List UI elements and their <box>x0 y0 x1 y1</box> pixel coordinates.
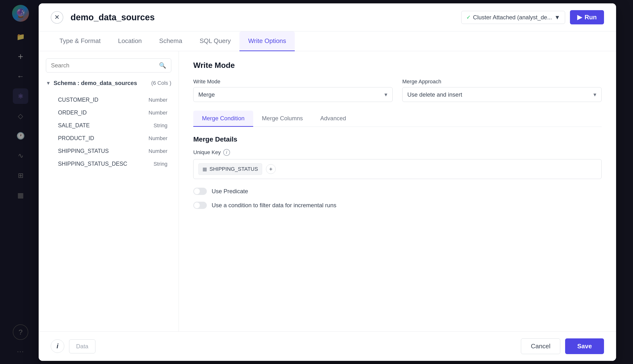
merge-approach-select-wrapper: Use delete and insert Use merge statemen… <box>402 87 602 102</box>
tab-write-options[interactable]: Write Options <box>240 32 295 51</box>
modal-body: 🔍 ▼ Schema : demo_data_sources (6 Cols )… <box>39 51 616 332</box>
incremental-row: Use a condition to filter data for incre… <box>193 202 602 209</box>
run-play-icon: ▶ <box>577 14 582 21</box>
schema-label: Schema : demo_data_sources <box>54 80 137 86</box>
cluster-chevron-icon: ▼ <box>554 14 560 21</box>
close-button[interactable]: ✕ <box>51 11 63 24</box>
col-type-order-id: Number <box>148 110 168 116</box>
use-predicate-label: Use Predicate <box>212 188 248 195</box>
search-box[interactable]: 🔍 <box>46 58 171 72</box>
unique-key-label-row: Unique Key i <box>193 149 602 156</box>
header-actions: ✓ Cluster Attached (analyst_de... ▼ ▶ Ru… <box>461 10 604 24</box>
sub-tab-advanced[interactable]: Advanced <box>312 111 355 127</box>
add-key-button[interactable]: + <box>266 164 276 174</box>
unique-key-text: Unique Key <box>193 149 221 156</box>
incremental-toggle[interactable] <box>193 202 207 209</box>
schema-rows: CUSTOMER_ID Number ORDER_ID Number SALE_… <box>46 94 171 170</box>
merge-details-title: Merge Details <box>193 136 602 143</box>
incremental-label: Use a condition to filter data for incre… <box>212 202 336 209</box>
schema-header: ▼ Schema : demo_data_sources (6 Cols ) <box>46 77 171 89</box>
key-tag-label: SHIPPING_STATUS <box>210 166 258 172</box>
modal-header: ✕ demo_data_sources ✓ Cluster Attached (… <box>39 4 616 32</box>
modal: ✕ demo_data_sources ✓ Cluster Attached (… <box>39 4 616 361</box>
key-tag-db-icon: ▦ <box>202 166 207 172</box>
col-name-order-id: ORDER_ID <box>58 110 87 116</box>
col-name-shipping-status: SHIPPING_STATUS <box>58 148 109 154</box>
col-type-sale-date: String <box>154 122 168 129</box>
merge-approach-group: Merge Approach Use delete and insert Use… <box>402 78 602 102</box>
col-type-shipping-status: Number <box>148 148 168 154</box>
sub-tab-bar: Merge Condition Merge Columns Advanced <box>193 111 602 127</box>
col-name-sale-date: SALE_DATE <box>58 122 90 129</box>
form-row-modes: Write Mode Merge Overwrite Append Upsert… <box>193 78 602 102</box>
unique-key-info-icon[interactable]: i <box>223 149 230 156</box>
cluster-button[interactable]: ✓ Cluster Attached (analyst_de... ▼ <box>461 11 565 24</box>
footer-right: Cancel Save <box>521 338 604 354</box>
table-row: ORDER_ID Number <box>46 106 171 119</box>
schema-collapse-icon[interactable]: ▼ <box>46 80 51 86</box>
table-row: SALE_DATE String <box>46 119 171 132</box>
col-name-shipping-status-desc: SHIPPING_STATUS_DESC <box>58 160 127 167</box>
table-row: CUSTOMER_ID Number <box>46 94 171 106</box>
tab-sql-query[interactable]: SQL Query <box>191 32 240 51</box>
cols-count: (6 Cols ) <box>151 80 171 86</box>
col-name-customer-id: CUSTOMER_ID <box>58 96 98 103</box>
cluster-label: Cluster Attached (analyst_de... <box>473 14 552 21</box>
key-tag-shipping-status: ▦ SHIPPING_STATUS <box>198 163 262 175</box>
sub-tab-merge-condition[interactable]: Merge Condition <box>193 111 253 127</box>
save-button[interactable]: Save <box>565 338 604 354</box>
use-predicate-toggle[interactable] <box>193 188 207 195</box>
col-type-customer-id: Number <box>148 97 168 103</box>
cluster-check-icon: ✓ <box>466 14 471 20</box>
col-type-shipping-status-desc: String <box>154 161 168 167</box>
right-panel: Write Mode Write Mode Merge Overwrite Ap… <box>179 51 616 332</box>
unique-key-box: ▦ SHIPPING_STATUS + <box>193 159 602 179</box>
table-row: SHIPPING_STATUS Number <box>46 145 171 157</box>
write-mode-select-wrapper: Merge Overwrite Append Upsert ▼ <box>193 87 392 102</box>
merge-approach-select[interactable]: Use delete and insert Use merge statemen… <box>402 87 602 102</box>
left-panel: 🔍 ▼ Schema : demo_data_sources (6 Cols )… <box>39 51 179 332</box>
info-button[interactable]: i <box>51 339 64 353</box>
col-name-product-id: PRODUCT_ID <box>58 135 94 142</box>
use-predicate-row: Use Predicate <box>193 188 602 195</box>
modal-footer: i Data Cancel Save <box>39 332 616 361</box>
tab-bar: Type & Format Location Schema SQL Query … <box>39 32 616 51</box>
run-label: Run <box>584 14 597 21</box>
write-mode-label: Write Mode <box>193 78 392 85</box>
table-row: PRODUCT_ID Number <box>46 132 171 144</box>
run-button[interactable]: ▶ Run <box>570 10 604 24</box>
search-icon: 🔍 <box>159 62 166 69</box>
search-input[interactable] <box>51 62 156 69</box>
footer-left: i Data <box>51 339 96 353</box>
merge-approach-label: Merge Approach <box>402 78 602 85</box>
table-row: SHIPPING_STATUS_DESC String <box>46 158 171 170</box>
data-button[interactable]: Data <box>69 339 96 353</box>
write-mode-group: Write Mode Merge Overwrite Append Upsert… <box>193 78 392 102</box>
modal-title: demo_data_sources <box>70 12 155 22</box>
write-mode-title: Write Mode <box>193 61 602 70</box>
sub-tab-merge-columns[interactable]: Merge Columns <box>253 111 312 127</box>
col-type-product-id: Number <box>148 135 168 142</box>
schema-name-row: ▼ Schema : demo_data_sources <box>46 80 137 86</box>
tab-location[interactable]: Location <box>110 32 150 51</box>
tab-type-format[interactable]: Type & Format <box>51 32 110 51</box>
write-mode-select[interactable]: Merge Overwrite Append Upsert <box>193 87 392 102</box>
cancel-button[interactable]: Cancel <box>521 338 560 354</box>
tab-schema[interactable]: Schema <box>150 32 191 51</box>
